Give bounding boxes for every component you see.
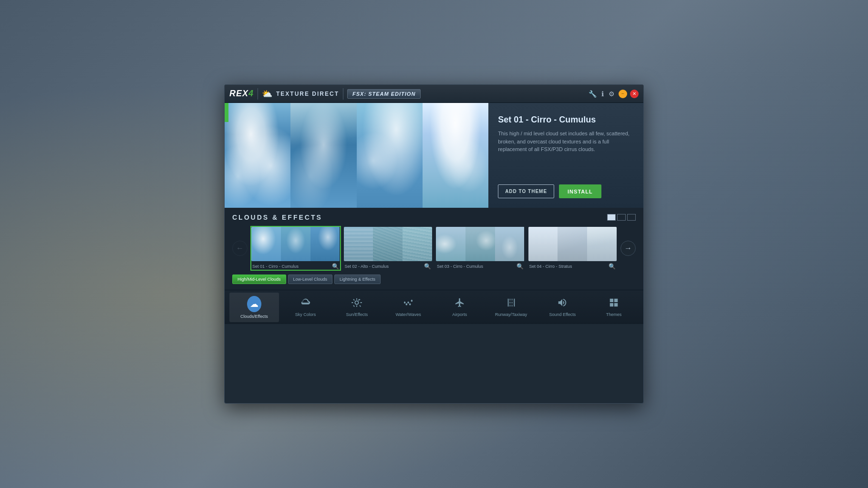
add-to-theme-button[interactable]: ADD TO THEME	[498, 184, 554, 198]
app-title: TEXTURE DIRECT	[276, 91, 339, 97]
hero-panel-4	[423, 103, 488, 208]
view-dot-2[interactable]	[617, 214, 626, 221]
thumbnail-set-04[interactable]: Set 04 - Cirro - Stratus 🔍	[528, 227, 617, 270]
thumb-sub-4a	[528, 227, 558, 261]
install-button[interactable]: INSTALL	[559, 184, 601, 198]
thumbnails-row: ← Set 01 - Cirro - Cumulus 🔍	[232, 227, 636, 270]
divider2	[343, 88, 343, 100]
thumb-sub-4c	[587, 227, 617, 261]
nav-item-clouds[interactable]: ☁ Clouds/Effects	[229, 293, 279, 322]
edition-badge: FSX: STEAM EDITION	[347, 89, 421, 99]
nav-label-sun: Sun/Effects	[346, 312, 368, 317]
content-section: CLOUDS & EFFECTS ← Set 01 - Cir	[225, 208, 643, 290]
hero-panel-1	[225, 103, 290, 208]
wrench-icon[interactable]: 🔧	[588, 89, 598, 99]
thumbnail-set-02[interactable]: Set 02 - Alto - Cumulus 🔍	[344, 227, 433, 270]
hero-buttons: ADD TO THEME INSTALL	[498, 184, 634, 198]
thumb-label-2: Set 02 - Alto - Cumulus	[345, 264, 389, 269]
nav-label-water: Water/Waves	[395, 312, 421, 317]
sun-nav-icon	[351, 297, 362, 310]
nav-label-clouds: Clouds/Effects	[240, 314, 268, 319]
section-header: CLOUDS & EFFECTS	[232, 214, 636, 221]
thumb-images-1	[251, 227, 340, 261]
thumb-label-row-4: Set 04 - Cirro - Stratus 🔍	[528, 261, 617, 270]
hero-info: Set 01 - Cirro - Cumulus This high / mid…	[488, 103, 643, 208]
nav-item-sun[interactable]: Sun/Effects	[332, 293, 382, 322]
minimize-button[interactable]: −	[619, 90, 627, 98]
nav-label-sound: Sound Effects	[549, 312, 576, 317]
nav-item-runway[interactable]: Runway/Taxiway	[486, 293, 536, 322]
thumb-images-2	[344, 227, 433, 261]
thumbnail-set-01[interactable]: Set 01 - Cirro - Cumulus 🔍	[251, 227, 340, 270]
prev-arrow[interactable]: ←	[232, 241, 248, 256]
thumb-label-3: Set 03 - Cirro - Cumulus	[437, 264, 483, 269]
thumb-sub-2b	[373, 227, 403, 261]
hero-images	[225, 103, 488, 208]
runway-nav-icon	[506, 297, 517, 310]
thumb-images-4	[528, 227, 617, 261]
nav-label-airports: Airports	[452, 312, 467, 317]
nav-item-sound[interactable]: Sound Effects	[538, 293, 588, 322]
info-icon[interactable]: ℹ	[600, 89, 605, 99]
nav-label-sky: Sky Colors	[295, 312, 316, 317]
next-arrow[interactable]: →	[620, 241, 636, 256]
thumb-sub-2a	[344, 227, 373, 261]
nav-item-airports[interactable]: Airports	[435, 293, 485, 322]
thumb-sub-4b	[558, 227, 587, 261]
thumb-sub-2c	[403, 227, 432, 261]
app-window: REX4 ⛅ TEXTURE DIRECT FSX: STEAM EDITION…	[224, 84, 644, 404]
zoom-icon-3[interactable]: 🔍	[517, 263, 524, 270]
thumbnail-set-03[interactable]: Set 03 - Cirro - Cumulus 🔍	[436, 227, 525, 270]
thumb-label-4: Set 04 - Cirro - Stratus	[529, 264, 572, 269]
themes-nav-icon	[609, 297, 619, 310]
nav-item-water[interactable]: Water/Waves	[383, 293, 433, 322]
view-dot-3[interactable]	[627, 214, 636, 221]
thumbnails-container: Set 01 - Cirro - Cumulus 🔍 Set 02 - Alto…	[251, 227, 617, 270]
nav-item-themes[interactable]: Themes	[589, 293, 639, 322]
zoom-icon-2[interactable]: 🔍	[424, 263, 431, 270]
hero-panel-3	[357, 103, 423, 208]
bottom-nav: ☁ Clouds/Effects Sky Colors Sun/Effects	[225, 290, 643, 324]
close-button[interactable]: ✕	[630, 90, 639, 98]
cloud-nav-icon: ☁	[247, 296, 261, 312]
thumb-images-3	[436, 227, 525, 261]
thumb-sub-1a	[251, 227, 281, 261]
view-dot-1[interactable]	[607, 214, 616, 221]
zoom-icon-1[interactable]: 🔍	[332, 263, 339, 270]
hero-section: Set 01 - Cirro - Cumulus This high / mid…	[225, 103, 643, 208]
view-mode-selector	[607, 214, 636, 221]
sub-tab-low[interactable]: Low-Level Clouds	[288, 274, 333, 284]
title-bar: REX4 ⛅ TEXTURE DIRECT FSX: STEAM EDITION…	[225, 85, 643, 103]
selected-indicator	[225, 103, 228, 122]
sound-nav-icon	[557, 297, 568, 310]
nav-label-runway: Runway/Taxiway	[495, 312, 527, 317]
section-title: CLOUDS & EFFECTS	[232, 214, 322, 221]
thumb-sub-3c	[495, 227, 525, 261]
sky-nav-icon	[300, 297, 311, 310]
thumb-sub-3b	[465, 227, 495, 261]
cloud-logo-icon: ⛅	[262, 89, 272, 99]
nav-item-sky[interactable]: Sky Colors	[281, 293, 331, 322]
hero-title: Set 01 - Cirro - Cumulus	[498, 115, 634, 125]
hero-description: This high / mid level cloud set includes…	[498, 130, 634, 153]
sub-tabs: High/Mid-Level Clouds Low-Level Clouds L…	[232, 274, 636, 284]
thumb-sub-1b	[281, 227, 310, 261]
divider	[258, 88, 258, 100]
sub-tab-lightning[interactable]: Lightning & Effects	[334, 274, 381, 284]
gear-icon[interactable]: ⚙	[608, 89, 616, 99]
sub-tab-high-mid[interactable]: High/Mid-Level Clouds	[232, 274, 286, 284]
water-nav-icon	[403, 297, 413, 310]
zoom-icon-4[interactable]: 🔍	[609, 263, 616, 270]
title-bar-right: 🔧 ℹ ⚙ − ✕	[588, 89, 639, 99]
hero-panel-2	[290, 103, 356, 208]
thumb-label-1: Set 01 - Cirro - Cumulus	[252, 264, 299, 269]
thumb-label-row-1: Set 01 - Cirro - Cumulus 🔍	[251, 261, 340, 270]
thumb-label-row-3: Set 03 - Cirro - Cumulus 🔍	[436, 261, 525, 270]
nav-label-themes: Themes	[606, 312, 622, 317]
thumb-sub-1c	[310, 227, 340, 261]
thumb-label-row-2: Set 02 - Alto - Cumulus 🔍	[344, 261, 433, 270]
airports-nav-icon	[455, 297, 465, 310]
thumb-sub-3a	[436, 227, 465, 261]
app-logo: REX4	[229, 89, 254, 99]
title-bar-left: REX4 ⛅ TEXTURE DIRECT FSX: STEAM EDITION	[229, 88, 421, 100]
